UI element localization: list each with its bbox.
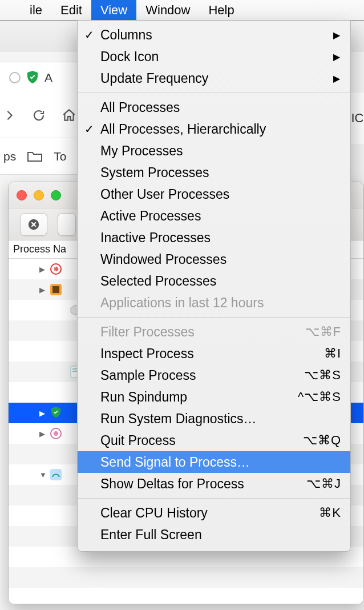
menu-separator <box>78 317 350 318</box>
menu-item-applications-in-last-12-hours: Applications in last 12 hours <box>78 292 350 314</box>
menu-item-label: Dock Icon <box>100 49 159 65</box>
menu-item-label: Run System Diagnostics… <box>100 411 257 427</box>
menu-item-label: Inactive Processes <box>100 230 211 246</box>
menu-bar: ileEditViewWindowHelp <box>0 0 364 21</box>
menu-item-windowed-processes[interactable]: Windowed Processes <box>78 248 350 270</box>
close-icon[interactable] <box>17 190 27 200</box>
app4-icon <box>50 468 62 481</box>
menu-window[interactable]: Window <box>136 0 199 20</box>
disclosure-down-icon[interactable]: ▼ <box>39 471 47 479</box>
tab-favicon-placeholder <box>9 72 21 83</box>
menu-item-clear-cpu-history[interactable]: Clear CPU History⌘K <box>78 502 350 524</box>
menu-shortcut: ⌥⌘Q <box>303 433 341 448</box>
column-header-label: Process Na <box>13 243 66 255</box>
bookmark-label-2[interactable]: To <box>54 150 66 163</box>
maximize-icon[interactable] <box>51 190 61 200</box>
submenu-arrow-icon: ▶ <box>333 51 340 62</box>
menu-item-update-frequency[interactable]: Update Frequency▶ <box>78 67 350 89</box>
disclosure-right-icon[interactable]: ▶ <box>39 409 45 418</box>
table-row[interactable] <box>9 567 363 588</box>
disclosure-right-icon[interactable]: ▶ <box>39 430 45 438</box>
reload-icon[interactable] <box>32 109 46 122</box>
menu-shortcut: ⌘I <box>324 346 341 361</box>
forward-icon[interactable] <box>3 109 16 122</box>
app3-icon <box>50 427 62 440</box>
menu-item-label: Filter Processes <box>100 324 195 340</box>
menu-item-label: Windowed Processes <box>100 252 227 267</box>
menu-item-show-deltas-for-process[interactable]: Show Deltas for Process⌥⌘J <box>78 473 350 495</box>
menu-item-send-signal-to-process[interactable]: Send Signal to Process… <box>78 451 350 473</box>
menu-view[interactable]: View <box>91 0 136 20</box>
menu-shortcut: ^⌥⌘S <box>298 390 341 404</box>
shield-icon <box>50 407 62 419</box>
view-menu-dropdown: ✓Columns▶Dock Icon▶Update Frequency▶All … <box>77 21 351 552</box>
menu-item-label: Active Processes <box>100 208 201 224</box>
menu-shortcut: ⌥⌘F <box>305 324 341 339</box>
check-icon: ✓ <box>84 28 94 42</box>
menu-ile[interactable]: ile <box>21 0 51 20</box>
right-fragment-label: IC <box>351 111 364 126</box>
menu-item-label: Other User Processes <box>100 187 229 202</box>
stop-process-button[interactable] <box>20 213 47 236</box>
menu-item-label: Quit Process <box>100 433 176 448</box>
menu-item-label: All Processes <box>100 100 180 115</box>
home-icon[interactable] <box>62 108 76 123</box>
menu-item-selected-processes[interactable]: Selected Processes <box>78 270 350 292</box>
folder-icon[interactable] <box>27 151 42 162</box>
menu-edit[interactable]: Edit <box>51 0 91 20</box>
menu-item-label: System Processes <box>100 165 209 180</box>
menu-help[interactable]: Help <box>199 0 243 20</box>
menu-item-label: Run Spindump <box>100 390 187 405</box>
menu-item-label: Update Frequency <box>100 71 208 86</box>
menu-item-label: Show Deltas for Process <box>100 476 244 492</box>
menu-item-label: Applications in last 12 hours <box>100 295 264 311</box>
menu-item-other-user-processes[interactable]: Other User Processes <box>78 183 350 205</box>
svg-point-10 <box>54 431 58 436</box>
menu-separator <box>78 93 350 93</box>
menu-item-active-processes[interactable]: Active Processes <box>78 205 350 227</box>
menu-item-filter-processes: Filter Processes⌥⌘F <box>78 321 350 343</box>
bookmark-label-1[interactable]: ps <box>3 150 16 163</box>
menu-item-run-spindump[interactable]: Run Spindump^⌥⌘S <box>78 386 350 408</box>
menu-shortcut: ⌥⌘J <box>306 476 341 491</box>
info-button[interactable] <box>58 213 76 236</box>
submenu-arrow-icon: ▶ <box>333 30 340 41</box>
menu-item-run-system-diagnostics[interactable]: Run System Diagnostics… <box>78 408 350 430</box>
shield-icon <box>26 71 39 85</box>
menu-item-inspect-process[interactable]: Inspect Process⌘I <box>78 343 350 364</box>
menu-item-dock-icon[interactable]: Dock Icon▶ <box>78 46 350 67</box>
menu-item-enter-full-screen[interactable]: Enter Full Screen <box>78 524 350 545</box>
svg-rect-4 <box>52 286 59 293</box>
menu-item-label: Send Signal to Process… <box>100 455 250 470</box>
menu-item-label: Sample Process <box>100 368 196 383</box>
table-row[interactable] <box>9 588 363 604</box>
disclosure-right-icon[interactable]: ▶ <box>39 286 45 294</box>
disclosure-right-icon[interactable]: ▶ <box>39 265 45 274</box>
menu-item-label: Enter Full Screen <box>100 527 202 543</box>
menu-shortcut: ⌥⌘S <box>304 368 341 383</box>
menu-item-all-processes-hierarchically[interactable]: ✓All Processes, Hierarchically <box>78 118 350 140</box>
menu-shortcut: ⌘K <box>319 505 341 520</box>
check-icon: ✓ <box>84 122 94 136</box>
minimize-icon[interactable] <box>34 190 44 200</box>
menu-item-my-processes[interactable]: My Processes <box>78 140 350 162</box>
app2-icon <box>50 283 62 296</box>
browser-tab-label: A <box>45 71 52 85</box>
menu-item-inactive-processes[interactable]: Inactive Processes <box>78 227 350 248</box>
menu-item-quit-process[interactable]: Quit Process⌥⌘Q <box>78 430 350 451</box>
menu-item-label: Inspect Process <box>100 346 194 362</box>
menu-item-sample-process[interactable]: Sample Process⌥⌘S <box>78 364 350 386</box>
menu-item-label: My Processes <box>100 143 183 159</box>
menu-separator <box>78 498 350 499</box>
menu-item-columns[interactable]: ✓Columns▶ <box>78 24 350 46</box>
menu-item-system-processes[interactable]: System Processes <box>78 162 350 183</box>
submenu-arrow-icon: ▶ <box>333 73 340 84</box>
menu-item-label: Columns <box>100 27 152 43</box>
menu-item-label: Selected Processes <box>100 274 216 289</box>
menu-item-label: All Processes, Hierarchically <box>100 122 266 137</box>
app1-icon: ✽ <box>50 263 62 275</box>
svg-text:✽: ✽ <box>54 266 59 272</box>
menu-item-all-processes[interactable]: All Processes <box>78 97 350 118</box>
right-window-fragment: IC <box>350 93 364 144</box>
menu-item-label: Clear CPU History <box>100 505 208 521</box>
